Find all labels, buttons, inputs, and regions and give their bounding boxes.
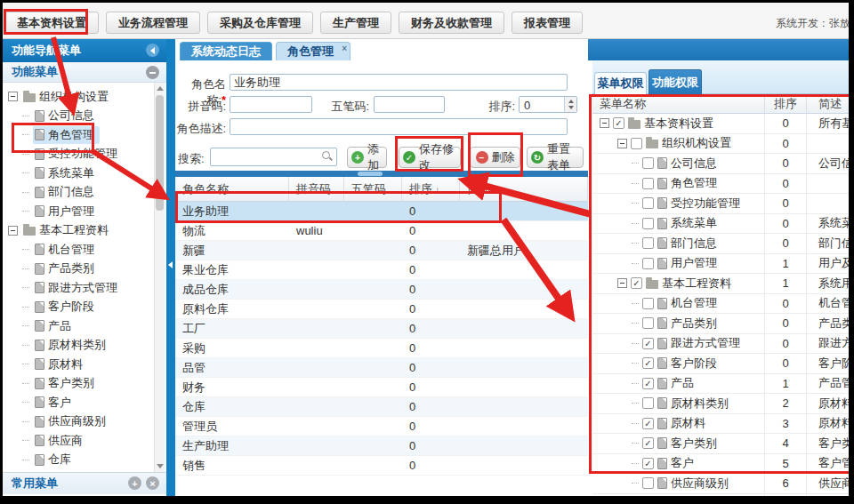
sidebar-tree-item[interactable]: 公司信息 <box>3 107 154 126</box>
checkbox-checked[interactable]: ✓ <box>613 117 624 129</box>
permission-row[interactable]: 受控功能管理0 <box>592 194 850 214</box>
sidebar-tree-item[interactable]: 跟进方式管理 <box>3 278 154 298</box>
permission-row[interactable]: 组织机构设置0 <box>592 134 850 155</box>
search-icon[interactable] <box>322 151 333 162</box>
permission-row[interactable]: ✓基本资料设置0所有基 <box>592 114 850 134</box>
permission-row[interactable]: 供应商级别6供应商 <box>592 474 850 494</box>
toolbar-button[interactable]: −删除 <box>470 147 520 168</box>
scrollbar-thumb[interactable] <box>156 95 164 211</box>
checkbox[interactable] <box>642 317 654 329</box>
grid-row[interactable]: 财务0 <box>175 378 588 397</box>
search-input[interactable] <box>210 148 337 166</box>
permission-row[interactable]: ✓产品1产品管 <box>592 374 850 395</box>
toolbar-button[interactable]: ✓保存修改 <box>399 147 461 168</box>
sidebar-collapse-icon[interactable] <box>146 44 159 57</box>
splitter-collapse-icon[interactable] <box>168 261 173 268</box>
checkbox-checked[interactable]: ✓ <box>642 378 654 389</box>
sidebar-tree-item[interactable]: 系统菜单 <box>3 164 154 183</box>
checkbox[interactable] <box>631 138 642 149</box>
permission-row[interactable]: ✓跟进方式管理0跟进方 <box>592 334 850 355</box>
permission-row[interactable]: 部门信息0部门信 <box>592 234 850 254</box>
column-header[interactable]: 五笔码 <box>344 177 402 202</box>
grid-row[interactable]: 销售0 <box>175 456 588 476</box>
top-menu-item[interactable]: 业务流程管理 <box>106 12 200 34</box>
tree-toggle-icon[interactable] <box>8 92 18 101</box>
tab-system-log[interactable]: 系统动态日志 <box>180 42 272 60</box>
sidebar-tree-item[interactable]: 供应商级别 <box>3 412 154 432</box>
checkbox[interactable] <box>642 237 654 249</box>
permission-row[interactable]: ✓基本工程资料1系统用 <box>592 274 850 294</box>
checkbox[interactable] <box>642 178 654 189</box>
scroll-down-icon[interactable] <box>157 464 164 468</box>
sidebar-tree-item[interactable]: 客户类别 <box>3 374 154 394</box>
column-header[interactable]: 角色名称 <box>175 177 289 202</box>
checkbox-checked[interactable]: ✓ <box>642 338 654 349</box>
sidebar-tree-item[interactable]: 原材料 <box>3 355 154 374</box>
role-name-input[interactable] <box>230 74 568 91</box>
checkbox-checked[interactable]: ✓ <box>631 277 642 289</box>
sidebar-tree-item[interactable]: 客户阶段 <box>3 298 154 317</box>
permission-row[interactable]: 角色管理0 <box>592 174 850 195</box>
sidebar-accordion-header[interactable]: 功能菜单 <box>3 62 166 83</box>
sidebar-tree-item[interactable]: 原材料类别 <box>3 336 154 356</box>
grid-row[interactable]: 工厂0 <box>175 319 588 339</box>
toolbar-button[interactable]: +添加 <box>347 147 387 168</box>
tree-toggle-icon[interactable] <box>617 278 627 288</box>
role-desc-input[interactable] <box>230 118 568 135</box>
checkbox-checked[interactable]: ✓ <box>642 357 654 369</box>
divider-collapse-handle[interactable] <box>358 172 383 176</box>
grid-row[interactable]: 原料仓库0 <box>175 300 588 319</box>
tree-toggle-icon[interactable] <box>617 139 627 148</box>
checkbox[interactable] <box>642 258 654 269</box>
top-menu-item[interactable]: 报表管理 <box>512 12 583 34</box>
sidebar-tree-item[interactable]: 组织机构设置 <box>3 87 154 107</box>
sidebar-tree-item[interactable]: 角色管理 <box>3 125 154 145</box>
sidebar-tree-item[interactable]: 基本工程资料 <box>3 221 154 241</box>
grid-row[interactable]: 果业仓库0 <box>175 260 588 280</box>
column-header[interactable]: 简述 <box>460 177 588 202</box>
sidebar-tree-item[interactable]: 受控功能管理 <box>3 145 154 164</box>
close-icon[interactable] <box>342 44 347 53</box>
sidebar-tree-item[interactable]: 机台管理 <box>3 240 154 260</box>
permission-row[interactable]: 机台管理0机台管 <box>592 294 850 315</box>
permission-row[interactable]: ✓客户类别4客户类 <box>592 434 850 454</box>
permission-row[interactable]: 系统菜单0系统菜 <box>592 214 850 235</box>
sort-spinner[interactable]: 0 <box>519 96 577 113</box>
grid-row[interactable]: 业务助理0 <box>175 202 588 221</box>
grid-row[interactable]: 新疆0新疆总用户 <box>175 241 588 260</box>
grid-row[interactable]: 物流wuliu0 <box>175 221 588 241</box>
checkbox-checked[interactable]: ✓ <box>642 437 654 449</box>
toolbar-button[interactable]: ↻重置表单 <box>527 147 584 168</box>
spinner-buttons[interactable] <box>564 97 576 112</box>
tab-role-management[interactable]: 角色管理 <box>276 42 350 60</box>
spin-down-icon[interactable] <box>568 106 574 109</box>
sidebar-footer[interactable]: 常用菜单 <box>3 472 166 494</box>
column-header[interactable]: 排序 <box>402 177 460 202</box>
sidebar-tree-item[interactable]: 产品类别 <box>3 260 154 279</box>
collapse-minus-icon[interactable] <box>146 66 159 79</box>
column-header[interactable]: 拼音码 <box>289 177 344 202</box>
permission-row[interactable]: ✓客户阶段0客户阶 <box>592 354 850 374</box>
sidebar-tree-item[interactable]: 产品 <box>3 316 154 336</box>
panel-splitter[interactable] <box>166 39 175 496</box>
permission-row[interactable]: 供应商 <box>592 494 850 497</box>
sidebar-tree-item[interactable]: 用户管理 <box>3 202 154 221</box>
grid-row[interactable]: 品管0 <box>175 358 588 378</box>
grid-row[interactable]: 成品仓库0 <box>175 280 588 300</box>
checkbox[interactable] <box>642 298 654 309</box>
permission-row[interactable]: 产品类别0产品类 <box>592 314 850 334</box>
permission-row[interactable]: ✓客户5客户管 <box>592 454 850 475</box>
checkbox[interactable] <box>642 397 654 409</box>
tab-function-permissions[interactable]: 功能权限 <box>649 69 702 94</box>
tree-toggle-icon[interactable] <box>600 118 609 128</box>
grid-row[interactable]: 采购0 <box>175 339 588 358</box>
checkbox[interactable] <box>642 218 654 229</box>
checkbox[interactable] <box>642 197 654 209</box>
checkbox[interactable] <box>642 477 654 489</box>
wubi-input[interactable] <box>374 96 445 113</box>
add-circle-icon[interactable] <box>128 476 141 490</box>
grid-row[interactable]: 管理员0 <box>175 417 588 436</box>
tree-toggle-icon[interactable] <box>8 226 18 236</box>
scroll-up-icon[interactable] <box>157 86 164 91</box>
sidebar-tree-item[interactable]: 部门信息 <box>3 183 154 203</box>
